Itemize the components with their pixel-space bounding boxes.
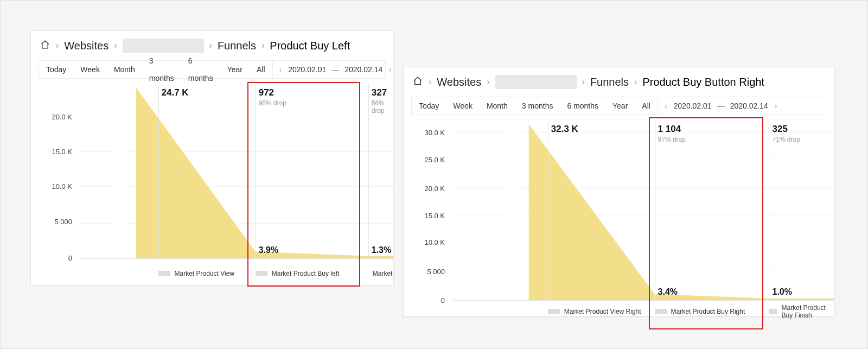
time-range-bar: Today Week Month 3 months 6 months Year … bbox=[39, 60, 386, 79]
home-icon[interactable] bbox=[412, 76, 423, 88]
plot-area: 32.3 K 1 104 97% drop 3.4% 325 71% drop … bbox=[452, 120, 834, 301]
crumb-current: Product Buy Left bbox=[270, 40, 350, 52]
funnel-chart-left: 20.0 K 15.0 K 10.0 K 5 000 0 bbox=[31, 84, 393, 285]
range-6months[interactable]: 6 months bbox=[181, 52, 220, 87]
stage-pct: 3.4% bbox=[658, 287, 678, 297]
legend-item: Market Product View bbox=[158, 270, 256, 277]
home-icon[interactable] bbox=[40, 40, 50, 52]
legend-swatch bbox=[548, 309, 560, 314]
legend-item: Market Product Buy Finish bbox=[769, 304, 834, 319]
range-month[interactable]: Month bbox=[480, 97, 515, 115]
range-today[interactable]: Today bbox=[39, 61, 73, 78]
legend-label: Market Produ bbox=[373, 270, 393, 277]
legend-item: Market Produ bbox=[368, 270, 393, 277]
chevron-right-icon: › bbox=[487, 77, 489, 87]
funnel-stage-1: 24.7 K bbox=[158, 84, 256, 258]
crumb-websites[interactable]: Websites bbox=[64, 40, 108, 52]
fade-gradient bbox=[114, 84, 136, 258]
legend-swatch bbox=[655, 309, 667, 314]
chevron-right-icon[interactable]: › bbox=[774, 101, 778, 110]
range-week[interactable]: Week bbox=[446, 97, 480, 115]
date-range-separator: — bbox=[331, 65, 339, 74]
date-to: 2020.02.14 bbox=[730, 101, 768, 110]
stage-value: 325 bbox=[772, 124, 787, 135]
legend-item: Market Product Buy Right bbox=[655, 304, 769, 319]
y-label: 5 000 bbox=[407, 268, 445, 276]
legend-label: Market Product Buy Finish bbox=[782, 304, 834, 319]
legend-label: Market Product Buy Right bbox=[671, 308, 745, 315]
funnel-stage-2: 1 104 97% drop 3.4% bbox=[655, 120, 769, 300]
legend-swatch bbox=[769, 309, 777, 314]
y-label: 30.0 K bbox=[407, 129, 445, 137]
chevron-left-icon[interactable]: ‹ bbox=[278, 65, 283, 74]
crumb-websites[interactable]: Websites bbox=[437, 76, 481, 88]
funnel-panel-right: › Websites › › Funnels › Product Buy But… bbox=[403, 67, 834, 316]
y-label: 5 000 bbox=[34, 218, 72, 226]
date-to: 2020.02.14 bbox=[344, 65, 382, 74]
legend-item: Market Product Buy left bbox=[256, 270, 368, 277]
crumb-current: Product Buy Button Right bbox=[642, 76, 764, 88]
legend-item: Market Product View Right bbox=[548, 304, 655, 319]
crumb-funnels[interactable]: Funnels bbox=[590, 76, 629, 88]
chevron-right-icon: › bbox=[582, 77, 585, 87]
date-range-picker[interactable]: ‹ 2020.02.01 — 2020.02.14 › bbox=[272, 61, 399, 78]
chevron-right-icon[interactable]: › bbox=[388, 65, 393, 74]
time-range-bar: Today Week Month 3 months 6 months Year … bbox=[411, 97, 826, 115]
chevron-right-icon: › bbox=[114, 41, 117, 50]
funnel-chart-right: 30.0 K 25.0 K 20.0 K 15.0 K 10.0 K 5 000… bbox=[404, 120, 834, 327]
stage-value: 327 bbox=[372, 87, 387, 98]
legend-swatch bbox=[158, 271, 170, 276]
stage-pct: 1.3% bbox=[372, 245, 391, 255]
stage-value: 972 bbox=[259, 87, 274, 98]
funnel-stage-3: 327 66% drop 1.3% bbox=[368, 84, 393, 258]
y-label: 20.0 K bbox=[407, 185, 445, 193]
funnel-stage-2: 972 96% drop 3.9% bbox=[256, 84, 368, 258]
range-all[interactable]: All bbox=[635, 97, 658, 115]
chevron-right-icon: › bbox=[634, 77, 637, 87]
y-label: 15.0 K bbox=[407, 212, 445, 220]
range-year[interactable]: Year bbox=[605, 97, 635, 115]
stage-drop: 66% drop bbox=[372, 99, 393, 115]
stage-drop: 71% drop bbox=[772, 136, 800, 143]
y-label: 25.0 K bbox=[407, 156, 445, 164]
date-from: 2020.02.01 bbox=[674, 101, 712, 110]
crumb-funnels[interactable]: Funnels bbox=[218, 40, 256, 52]
range-year[interactable]: Year bbox=[220, 61, 250, 78]
y-label: 10.0 K bbox=[34, 182, 72, 191]
stage-value: 24.7 K bbox=[162, 87, 189, 98]
date-from: 2020.02.01 bbox=[288, 65, 326, 74]
stage-drop: 96% drop bbox=[259, 99, 286, 107]
fade-gradient bbox=[507, 120, 529, 300]
crumb-site-redacted[interactable] bbox=[123, 39, 204, 53]
range-3months[interactable]: 3 months bbox=[142, 52, 181, 87]
y-label: 10.0 K bbox=[407, 238, 445, 246]
y-axis-labels: 30.0 K 25.0 K 20.0 K 15.0 K 10.0 K 5 000… bbox=[411, 120, 449, 301]
plot-area: 24.7 K 972 96% drop 3.9% 327 66% drop 1.… bbox=[80, 84, 393, 259]
funnel-stage-1: 32.3 K bbox=[548, 120, 655, 300]
y-label: 0 bbox=[34, 254, 72, 262]
range-6months[interactable]: 6 months bbox=[560, 97, 605, 115]
y-axis-labels: 20.0 K 15.0 K 10.0 K 5 000 0 bbox=[39, 84, 76, 259]
breadcrumb: › Websites › › Funnels › Product Buy But… bbox=[404, 67, 834, 94]
legend-swatch bbox=[256, 271, 267, 276]
range-month[interactable]: Month bbox=[107, 61, 142, 78]
y-label: 0 bbox=[407, 296, 445, 304]
range-week[interactable]: Week bbox=[73, 61, 107, 78]
date-range-picker[interactable]: ‹ 2020.02.01 — 2020.02.14 › bbox=[658, 97, 784, 115]
stage-value: 32.3 K bbox=[551, 124, 578, 135]
y-label: 20.0 K bbox=[34, 113, 72, 121]
chevron-right-icon: › bbox=[209, 41, 212, 50]
legend-row: Market Product View Right Market Product… bbox=[452, 304, 834, 319]
crumb-site-redacted[interactable] bbox=[495, 75, 577, 89]
chevron-left-icon[interactable]: ‹ bbox=[663, 101, 668, 110]
chevron-right-icon: › bbox=[261, 41, 264, 50]
range-3months[interactable]: 3 months bbox=[515, 97, 560, 115]
range-all[interactable]: All bbox=[250, 61, 272, 78]
chevron-right-icon: › bbox=[429, 77, 431, 87]
legend-label: Market Product View bbox=[175, 270, 235, 277]
stage-value: 1 104 bbox=[658, 124, 681, 135]
legend-label: Market Product Buy left bbox=[272, 270, 340, 277]
range-today[interactable]: Today bbox=[412, 97, 446, 115]
legend-row: Market Product View Market Product Buy l… bbox=[80, 270, 393, 277]
funnel-panel-left: › Websites › › Funnels › Product Buy Lef… bbox=[30, 30, 394, 285]
